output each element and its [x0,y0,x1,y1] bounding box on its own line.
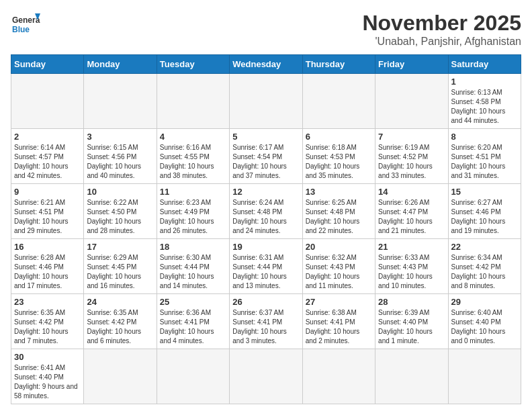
calendar-cell [375,349,448,404]
calendar-cell: 7Sunrise: 6:19 AM Sunset: 4:52 PM Daylig… [375,129,448,184]
day-info: Sunrise: 6:28 AM Sunset: 4:46 PM Dayligh… [14,253,81,291]
day-number: 16 [14,242,81,252]
day-info: Sunrise: 6:38 AM Sunset: 4:41 PM Dayligh… [306,308,372,346]
weekday-header-tuesday: Tuesday [157,55,229,74]
day-info: Sunrise: 6:37 AM Sunset: 4:41 PM Dayligh… [232,308,299,346]
calendar-cell [11,74,84,129]
day-number: 8 [451,132,518,142]
weekday-header-monday: Monday [84,55,157,74]
day-number: 19 [232,242,299,252]
day-number: 3 [87,132,153,142]
day-info: Sunrise: 6:32 AM Sunset: 4:43 PM Dayligh… [306,253,372,291]
calendar-cell [157,74,229,129]
day-info: Sunrise: 6:36 AM Sunset: 4:41 PM Dayligh… [160,308,226,346]
day-number: 5 [232,132,299,142]
day-info: Sunrise: 6:29 AM Sunset: 4:45 PM Dayligh… [87,253,153,291]
day-info: Sunrise: 6:14 AM Sunset: 4:57 PM Dayligh… [14,143,81,181]
day-info: Sunrise: 6:34 AM Sunset: 4:42 PM Dayligh… [451,253,518,291]
calendar-cell [84,74,157,129]
calendar-cell: 3Sunrise: 6:15 AM Sunset: 4:56 PM Daylig… [84,129,157,184]
calendar-cell: 8Sunrise: 6:20 AM Sunset: 4:51 PM Daylig… [448,129,521,184]
calendar-week-row: 30Sunrise: 6:41 AM Sunset: 4:40 PM Dayli… [11,349,521,404]
day-number: 27 [306,297,372,307]
day-info: Sunrise: 6:16 AM Sunset: 4:55 PM Dayligh… [160,143,226,181]
weekday-header-row: SundayMondayTuesdayWednesdayThursdayFrid… [11,55,521,74]
title-area: November 2025 'Unabah, Panjshir, Afghani… [362,11,521,48]
calendar-week-row: 1Sunrise: 6:13 AM Sunset: 4:58 PM Daylig… [11,74,521,129]
day-info: Sunrise: 6:23 AM Sunset: 4:49 PM Dayligh… [160,198,226,236]
day-number: 12 [232,187,299,197]
calendar-table: SundayMondayTuesdayWednesdayThursdayFrid… [11,54,521,404]
calendar-cell [375,74,448,129]
calendar-cell [157,349,229,404]
day-number: 14 [378,187,445,197]
calendar-cell: 23Sunrise: 6:35 AM Sunset: 4:42 PM Dayli… [11,294,84,349]
day-info: Sunrise: 6:17 AM Sunset: 4:54 PM Dayligh… [232,143,299,181]
calendar-cell: 18Sunrise: 6:30 AM Sunset: 4:44 PM Dayli… [157,239,229,294]
logo: General Blue [11,11,40,40]
day-number: 6 [306,132,372,142]
day-number: 18 [160,242,226,252]
day-info: Sunrise: 6:40 AM Sunset: 4:40 PM Dayligh… [451,308,518,346]
calendar-cell: 10Sunrise: 6:22 AM Sunset: 4:50 PM Dayli… [84,184,157,239]
day-number: 26 [232,297,299,307]
calendar-cell [302,74,375,129]
day-info: Sunrise: 6:30 AM Sunset: 4:44 PM Dayligh… [160,253,226,291]
day-number: 10 [87,187,153,197]
calendar-cell: 5Sunrise: 6:17 AM Sunset: 4:54 PM Daylig… [230,129,302,184]
calendar-week-row: 16Sunrise: 6:28 AM Sunset: 4:46 PM Dayli… [11,239,521,294]
day-info: Sunrise: 6:15 AM Sunset: 4:56 PM Dayligh… [87,143,153,181]
day-number: 2 [14,132,81,142]
calendar-cell: 24Sunrise: 6:35 AM Sunset: 4:42 PM Dayli… [84,294,157,349]
calendar-week-row: 23Sunrise: 6:35 AM Sunset: 4:42 PM Dayli… [11,294,521,349]
day-info: Sunrise: 6:24 AM Sunset: 4:48 PM Dayligh… [232,198,299,236]
day-number: 23 [14,297,81,307]
calendar-cell [302,349,375,404]
day-number: 9 [14,187,81,197]
day-number: 1 [451,77,518,87]
weekday-header-friday: Friday [375,55,448,74]
calendar-cell: 19Sunrise: 6:31 AM Sunset: 4:44 PM Dayli… [230,239,302,294]
calendar-cell: 28Sunrise: 6:39 AM Sunset: 4:40 PM Dayli… [375,294,448,349]
day-info: Sunrise: 6:27 AM Sunset: 4:46 PM Dayligh… [451,198,518,236]
calendar-cell: 16Sunrise: 6:28 AM Sunset: 4:46 PM Dayli… [11,239,84,294]
calendar-cell: 1Sunrise: 6:13 AM Sunset: 4:58 PM Daylig… [448,74,521,129]
location-title: 'Unabah, Panjshir, Afghanistan [362,36,521,48]
day-info: Sunrise: 6:13 AM Sunset: 4:58 PM Dayligh… [451,88,518,126]
calendar-cell: 25Sunrise: 6:36 AM Sunset: 4:41 PM Dayli… [157,294,229,349]
day-number: 15 [451,187,518,197]
calendar-cell: 13Sunrise: 6:25 AM Sunset: 4:48 PM Dayli… [302,184,375,239]
day-number: 25 [160,297,226,307]
calendar-cell: 21Sunrise: 6:33 AM Sunset: 4:43 PM Dayli… [375,239,448,294]
calendar-cell: 9Sunrise: 6:21 AM Sunset: 4:51 PM Daylig… [11,184,84,239]
day-info: Sunrise: 6:25 AM Sunset: 4:48 PM Dayligh… [306,198,372,236]
page-header: General Blue November 2025 'Unabah, Panj… [11,11,521,48]
calendar-cell: 11Sunrise: 6:23 AM Sunset: 4:49 PM Dayli… [157,184,229,239]
calendar-cell: 30Sunrise: 6:41 AM Sunset: 4:40 PM Dayli… [11,349,84,404]
calendar-week-row: 2Sunrise: 6:14 AM Sunset: 4:57 PM Daylig… [11,129,521,184]
day-info: Sunrise: 6:19 AM Sunset: 4:52 PM Dayligh… [378,143,445,181]
day-number: 29 [451,297,518,307]
day-number: 28 [378,297,445,307]
day-number: 4 [160,132,226,142]
calendar-cell [230,74,302,129]
day-info: Sunrise: 6:22 AM Sunset: 4:50 PM Dayligh… [87,198,153,236]
calendar-cell: 14Sunrise: 6:26 AM Sunset: 4:47 PM Dayli… [375,184,448,239]
calendar-cell: 29Sunrise: 6:40 AM Sunset: 4:40 PM Dayli… [448,294,521,349]
calendar-cell [84,349,157,404]
logo-svg: General Blue [11,11,40,40]
day-number: 11 [160,187,226,197]
svg-text:General: General [12,15,40,25]
calendar-cell [230,349,302,404]
svg-text:Blue: Blue [12,25,30,34]
calendar-week-row: 9Sunrise: 6:21 AM Sunset: 4:51 PM Daylig… [11,184,521,239]
day-number: 30 [14,352,81,362]
weekday-header-saturday: Saturday [448,55,521,74]
calendar-cell: 27Sunrise: 6:38 AM Sunset: 4:41 PM Dayli… [302,294,375,349]
weekday-header-thursday: Thursday [302,55,375,74]
day-number: 17 [87,242,153,252]
day-info: Sunrise: 6:35 AM Sunset: 4:42 PM Dayligh… [14,308,81,346]
day-info: Sunrise: 6:18 AM Sunset: 4:53 PM Dayligh… [306,143,372,181]
calendar-cell: 20Sunrise: 6:32 AM Sunset: 4:43 PM Dayli… [302,239,375,294]
day-number: 21 [378,242,445,252]
